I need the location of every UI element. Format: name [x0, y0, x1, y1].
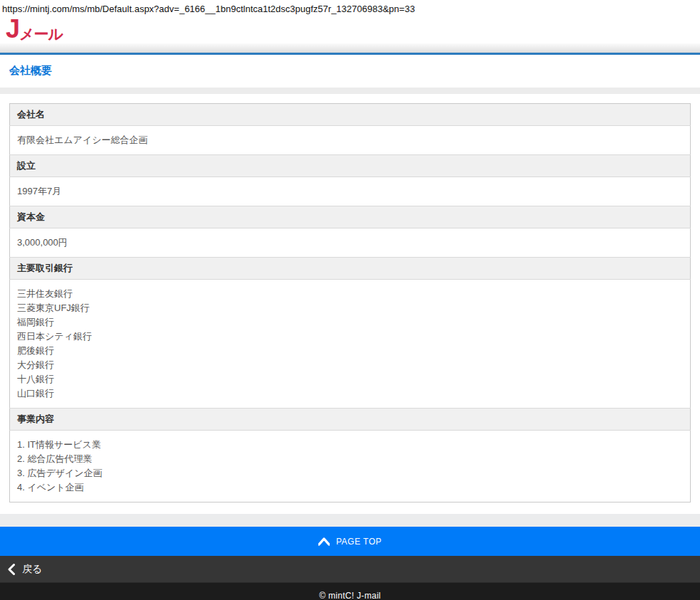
spacer [0, 502, 700, 514]
table-value-line: 2. 総合広告代理業 [17, 452, 683, 466]
page-top-label: PAGE TOP [336, 537, 382, 547]
table-header-row: 主要取引銀行 [10, 258, 691, 280]
section-divider-top [0, 88, 700, 94]
jmail-logo[interactable]: Jメール [6, 16, 63, 42]
table-value-line: 三菱東京UFJ銀行 [17, 301, 683, 315]
spacer [0, 94, 700, 103]
table-value-row: 有限会社エムアイシー総合企画 [10, 126, 691, 155]
back-button[interactable]: 戻る [0, 556, 700, 583]
chevron-up-icon [318, 537, 330, 546]
table-value-line: 4. イベント企画 [17, 480, 683, 495]
table-value-row: 3,000,000円 [10, 228, 691, 258]
table-value-row: 1. IT情報サービス業2. 総合広告代理業3. 広告デザイン企画4. イベント… [10, 431, 691, 502]
table-header-row: 資本金 [10, 206, 691, 228]
table-row-value: 1997年7月 [10, 177, 691, 206]
table-value-line: 三井住友銀行 [17, 287, 683, 301]
table-value-line: 肥後銀行 [17, 344, 683, 358]
page-url-text: https://mintj.com/ms/mb/Default.aspx?adv… [0, 0, 700, 16]
table-row-value: 1. IT情報サービス業2. 総合広告代理業3. 広告デザイン企画4. イベント… [10, 431, 691, 502]
table-value-row: 三井住友銀行三菱東京UFJ銀行福岡銀行西日本シティ銀行肥後銀行大分銀行十八銀行山… [10, 280, 691, 409]
header: Jメール [0, 16, 700, 43]
table-header-row: 設立 [10, 155, 691, 177]
table-row-label: 事業内容 [10, 409, 691, 431]
page-top-button[interactable]: PAGE TOP [0, 527, 700, 556]
page-title: 会社概要 [9, 64, 52, 76]
table-value-line: 1. IT情報サービス業 [17, 438, 683, 452]
footer: © mintC! J-mail [0, 583, 700, 600]
jmail-logo-text: メール [19, 26, 63, 42]
table-value-line: 西日本シティ銀行 [17, 330, 683, 344]
table-row-value: 有限会社エムアイシー総合企画 [10, 126, 691, 155]
table-row-label: 会社名 [10, 104, 691, 126]
table-header-row: 事業内容 [10, 409, 691, 431]
table-row-label: 設立 [10, 155, 691, 177]
table-row-label: 資本金 [10, 206, 691, 228]
header-gradient-strip [0, 43, 700, 53]
copyright-text: © mintC! J-mail [319, 591, 381, 600]
table-header-row: 会社名 [10, 104, 691, 126]
table-value-line: 十八銀行 [17, 372, 683, 386]
title-section: 会社概要 [0, 55, 700, 88]
company-table-wrapper: 会社名有限会社エムアイシー総合企画設立1997年7月資本金3,000,000円主… [0, 103, 700, 502]
table-value-line: 山口銀行 [17, 386, 683, 401]
table-row-value: 三井住友銀行三菱東京UFJ銀行福岡銀行西日本シティ銀行肥後銀行大分銀行十八銀行山… [10, 280, 691, 409]
jmail-logo-j: J [6, 16, 19, 42]
chevron-left-icon [8, 564, 15, 575]
table-row-value: 3,000,000円 [10, 228, 691, 258]
company-overview-table: 会社名有限会社エムアイシー総合企画設立1997年7月資本金3,000,000円主… [9, 103, 691, 502]
table-row-label: 主要取引銀行 [10, 258, 691, 280]
back-button-label: 戻る [22, 563, 42, 576]
table-value-row: 1997年7月 [10, 177, 691, 206]
section-divider-bottom [0, 514, 700, 527]
table-value-line: 大分銀行 [17, 358, 683, 372]
table-value-line: 3. 広告デザイン企画 [17, 466, 683, 480]
table-value-line: 福岡銀行 [17, 315, 683, 330]
